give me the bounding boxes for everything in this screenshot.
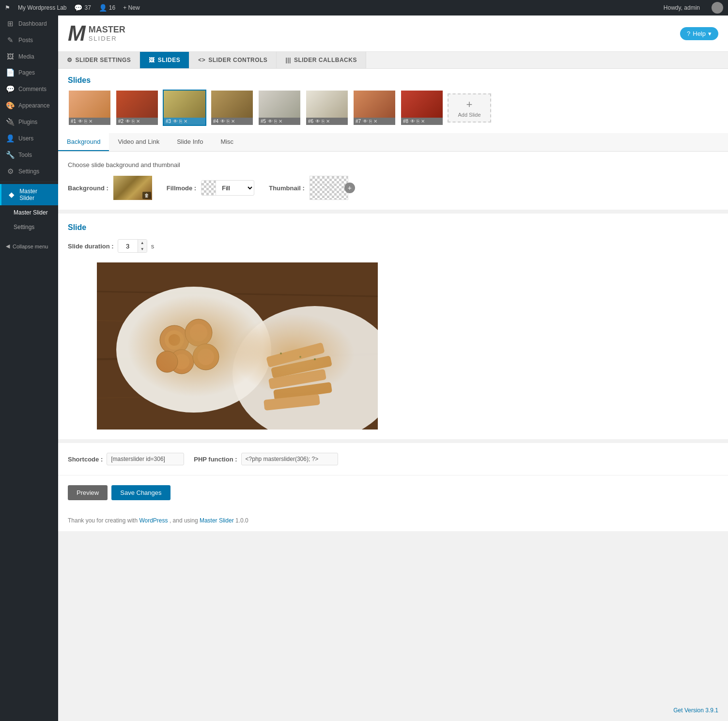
- slide-num-3: #3: [166, 119, 171, 124]
- slide-delete-icon-1[interactable]: ✕: [89, 119, 93, 124]
- sidebar-item-plugins[interactable]: 🔌 Plugins: [0, 114, 58, 130]
- slide-delete-icon-6[interactable]: ✕: [326, 119, 330, 124]
- tab-video-and-link[interactable]: Video and Link: [109, 133, 168, 151]
- slide-view-icon-3[interactable]: 👁: [173, 119, 178, 124]
- thumbnail-box[interactable]: [310, 176, 348, 200]
- slide-copy-icon-7[interactable]: ⎘: [369, 119, 372, 124]
- sidebar-sub-master-slider-settings[interactable]: Settings: [0, 220, 58, 234]
- fillmode-select[interactable]: Fill Fit Stretch Tile Center: [216, 182, 254, 194]
- updates-count[interactable]: 👤 16: [99, 4, 115, 12]
- slide-delete-icon-2[interactable]: ✕: [136, 119, 140, 124]
- sidebar-item-tools[interactable]: 🔧 Tools: [0, 147, 58, 163]
- slide-num-6: #6: [308, 119, 313, 124]
- slide-delete-icon-7[interactable]: ✕: [373, 119, 377, 124]
- slide-actions-5: 👁 ⎘ ✕: [268, 119, 282, 124]
- tab-slides[interactable]: 🖼 SLIDES: [140, 52, 189, 68]
- help-label: Help: [693, 30, 706, 37]
- slide-delete-icon-8[interactable]: ✕: [421, 119, 425, 124]
- tab-slider-controls-label: SLIDER CONTROLS: [208, 57, 267, 63]
- footer-text-before: Thank you for creating with: [68, 517, 139, 524]
- sidebar-item-posts[interactable]: ✎ Posts: [0, 32, 58, 48]
- help-button[interactable]: ? Help ▾: [680, 27, 718, 40]
- sidebar-item-master-slider[interactable]: ◆ Master Slider: [0, 184, 58, 205]
- sidebar-item-dashboard[interactable]: ⊞ Dashboard: [0, 15, 58, 32]
- duration-up-button[interactable]: ▲: [138, 240, 147, 246]
- comments-sidebar-icon: 💬: [6, 85, 15, 93]
- comments-count[interactable]: 💬 37: [74, 4, 91, 12]
- updates-icon: 👤: [99, 4, 107, 12]
- svg-point-13: [170, 350, 194, 374]
- svg-point-26: [314, 358, 316, 360]
- logo-title: MASTER: [89, 25, 125, 35]
- footer-wordpress-link[interactable]: WordPress: [139, 517, 168, 524]
- php-function-input[interactable]: [241, 453, 338, 465]
- slide-thumb-2[interactable]: #2 👁 ⎘ ✕: [115, 90, 159, 126]
- site-name[interactable]: My Wordpress Lab: [18, 4, 66, 11]
- new-content-button[interactable]: + New: [123, 4, 139, 11]
- slide-delete-icon-4[interactable]: ✕: [231, 119, 235, 124]
- slide-view-icon-1[interactable]: 👁: [78, 119, 83, 124]
- help-icon: ?: [687, 30, 690, 37]
- slide-actions-3: 👁 ⎘ ✕: [173, 119, 187, 124]
- background-field-label: Background :: [68, 184, 108, 192]
- svg-point-18: [232, 306, 378, 430]
- collapse-menu-button[interactable]: ◀ Collapse menu: [0, 239, 58, 253]
- svg-line-5: [97, 354, 378, 359]
- sidebar-sub-master-slider-main[interactable]: Master Slider: [0, 205, 58, 220]
- settings-tab-icon: ⚙: [67, 57, 73, 63]
- sidebar-item-settings[interactable]: ⚙ Settings: [0, 163, 58, 180]
- duration-down-button[interactable]: ▼: [138, 246, 147, 252]
- slide-view-icon-2[interactable]: 👁: [125, 119, 130, 124]
- sidebar-item-users[interactable]: 👤 Users: [0, 130, 58, 147]
- slide-thumb-3[interactable]: #3 👁 ⎘ ✕: [163, 90, 206, 126]
- save-changes-button[interactable]: Save Changes: [111, 485, 170, 500]
- slide-view-icon-5[interactable]: 👁: [268, 119, 273, 124]
- slide-thumb-8[interactable]: #8 👁 ⎘ ✕: [400, 90, 444, 126]
- svg-rect-2: [97, 262, 378, 430]
- sidebar-item-comments[interactable]: 💬 Comments: [0, 81, 58, 97]
- slide-view-icon-6[interactable]: 👁: [315, 119, 320, 124]
- thumbnail-add-button[interactable]: +: [344, 183, 355, 193]
- slide-copy-icon-5[interactable]: ⎘: [274, 119, 277, 124]
- slide-view-icon-8[interactable]: 👁: [410, 119, 415, 124]
- slide-view-icon-4[interactable]: 👁: [220, 119, 225, 124]
- tab-misc[interactable]: Misc: [212, 133, 242, 151]
- tab-slider-callbacks[interactable]: ||| SLIDER CALLBACKS: [277, 52, 366, 68]
- slide-view-icon-7[interactable]: 👁: [363, 119, 368, 124]
- slide-delete-icon-5[interactable]: ✕: [279, 119, 282, 124]
- slide-delete-icon-3[interactable]: ✕: [184, 119, 187, 124]
- background-preview[interactable]: 🗑: [113, 176, 152, 200]
- slide-thumb-7[interactable]: #7 👁 ⎘ ✕: [353, 90, 396, 126]
- slide-copy-icon-2[interactable]: ⎘: [132, 119, 135, 124]
- preview-button[interactable]: Preview: [68, 485, 108, 500]
- background-delete-button[interactable]: 🗑: [142, 192, 151, 199]
- duration-input[interactable]: [118, 241, 138, 252]
- slide-copy-icon-3[interactable]: ⎘: [179, 119, 182, 124]
- tab-background[interactable]: Background: [58, 133, 109, 151]
- slide-thumb-4[interactable]: #4 👁 ⎘ ✕: [210, 90, 254, 126]
- slide-thumb-1[interactable]: #1 👁 ⎘ ✕: [68, 90, 111, 126]
- slide-copy-icon-8[interactable]: ⎘: [417, 119, 419, 124]
- tab-slide-info[interactable]: Slide Info: [168, 133, 212, 151]
- svg-line-4: [97, 321, 378, 325]
- sidebar-item-appearance[interactable]: 🎨 Appearance: [0, 97, 58, 114]
- sidebar-sub-label-master-slider: Master Slider: [14, 209, 48, 216]
- add-slide-button[interactable]: + Add Slide: [448, 93, 491, 123]
- svg-point-15: [193, 344, 219, 370]
- logo-m-icon: M: [68, 23, 85, 44]
- tab-slider-controls[interactable]: <> SLIDER CONTROLS: [189, 52, 277, 68]
- slide-copy-icon-6[interactable]: ⎘: [322, 119, 325, 124]
- slide-copy-icon-1[interactable]: ⎘: [84, 119, 87, 124]
- slide-thumb-5[interactable]: #5 👁 ⎘ ✕: [258, 90, 301, 126]
- tab-slider-settings[interactable]: ⚙ SLIDER SETTINGS: [58, 52, 140, 68]
- footer-plugin-link[interactable]: Master Slider: [200, 517, 234, 524]
- slide-copy-icon-4[interactable]: ⎘: [227, 119, 230, 124]
- slide-num-bar-7: #7 👁 ⎘ ✕: [354, 118, 395, 125]
- shortcode-input[interactable]: [107, 453, 184, 465]
- get-version-link[interactable]: Get Version 3.9.1: [673, 707, 718, 714]
- slide-thumb-6[interactable]: #6 👁 ⎘ ✕: [305, 90, 349, 126]
- sidebar-item-media[interactable]: 🖼 Media: [0, 48, 58, 64]
- slide-info-section: Slide Slide duration : ▲ ▼ s: [58, 210, 728, 439]
- svg-line-6: [97, 393, 378, 398]
- sidebar-item-pages[interactable]: 📄 Pages: [0, 64, 58, 81]
